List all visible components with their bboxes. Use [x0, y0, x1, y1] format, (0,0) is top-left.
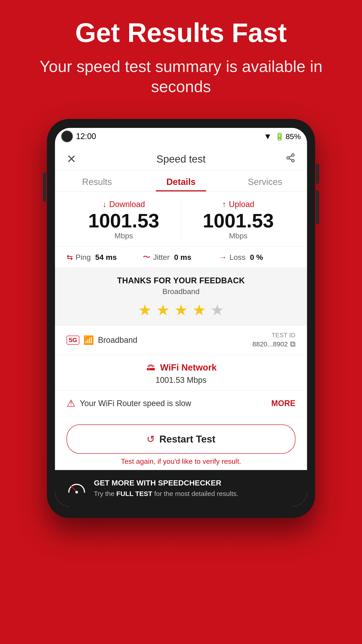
download-unit: Mbps	[67, 232, 181, 240]
warning-text: Your WiFi Router speed is slow	[80, 399, 191, 408]
feedback-title: THANKS FOR YOUR FEEDBACK	[67, 276, 295, 285]
hero-section: Get Results Fast Your speed test summary…	[0, 0, 362, 106]
upload-label: ↑ Upload	[181, 200, 296, 209]
loss-label: Loss	[230, 253, 246, 262]
upload-unit: Mbps	[181, 232, 296, 240]
signal-bars-icon: 📶	[83, 335, 94, 345]
promo-text: GET MORE WITH SPEEDCHECKER Try the FULL …	[94, 478, 295, 498]
phone-mockup: 12:00 ▼ 🔋 85% ✕ Speed test	[47, 119, 315, 518]
copy-icon[interactable]: ⧉	[290, 340, 295, 348]
download-value: 1001.53	[67, 211, 181, 230]
wifi-card-header: WiFi Network	[67, 361, 295, 374]
loss-value: 0 %	[250, 253, 263, 262]
wifi-status-icon: ▼	[264, 132, 272, 141]
speedometer-icon	[67, 478, 87, 499]
status-time: 12:00	[76, 132, 96, 141]
wifi-network-card: WiFi Network 1001.53 Mbps	[55, 355, 307, 390]
hero-subtitle: Your speed test summary is available in …	[13, 56, 349, 96]
feedback-subtitle: Broadband	[67, 287, 295, 296]
svg-point-6	[149, 369, 149, 370]
volume-button-left	[43, 173, 46, 202]
speed-results-row: ↓ Download 1001.53 Mbps ↑ Upload 1001.53…	[55, 192, 307, 247]
jitter-icon: 〜	[143, 252, 150, 262]
upload-col: ↑ Upload 1001.53 Mbps	[181, 200, 296, 240]
battery-percentage: 85%	[286, 132, 301, 141]
jitter-metric: 〜 Jitter 0 ms	[143, 252, 219, 262]
jitter-label: Jitter	[153, 253, 170, 262]
wifi-network-speed: 1001.53 Mbps	[67, 376, 295, 385]
star-5[interactable]: ★	[211, 301, 224, 319]
close-button[interactable]: ✕	[67, 153, 76, 165]
tab-bar: Results Details Services	[55, 170, 307, 192]
network-info-row: 5G 📶 Broadband TEST ID 8820...8902 ⧉	[55, 325, 307, 355]
svg-rect-5	[147, 368, 155, 370]
tab-results[interactable]: Results	[55, 170, 139, 192]
app-bar-title: Speed test	[156, 153, 206, 165]
front-camera	[61, 130, 73, 142]
volume-button-right	[316, 190, 319, 224]
svg-line-3	[289, 158, 292, 160]
star-rating[interactable]: ★ ★ ★ ★ ★	[67, 301, 295, 319]
test-id-value: 8820...8902 ⧉	[253, 340, 295, 348]
download-label: ↓ Download	[67, 200, 181, 209]
power-button	[316, 164, 319, 184]
restart-icon: ↺	[147, 433, 155, 445]
tab-services[interactable]: Services	[223, 170, 307, 192]
network-type-badge: 5G	[67, 336, 79, 344]
star-1[interactable]: ★	[138, 301, 152, 319]
test-id-label: TEST ID	[272, 332, 295, 339]
status-bar: 12:00 ▼ 🔋 85%	[55, 128, 307, 146]
restart-hint: Test again, if you'd like to verify resu…	[67, 457, 295, 466]
wifi-network-label: WiFi Network	[160, 362, 217, 372]
ping-label: Ping	[75, 253, 91, 262]
ping-icon: ⇆	[67, 253, 73, 262]
app-bar: ✕ Speed test	[55, 146, 307, 170]
network-left: 5G 📶 Broadband	[67, 335, 137, 345]
restart-button-label: Restart Test	[159, 434, 215, 445]
jitter-value: 0 ms	[174, 253, 192, 262]
wifi-router-icon	[145, 361, 156, 374]
warning-icon: ⚠	[67, 398, 75, 409]
promo-title: GET MORE WITH SPEEDCHECKER	[94, 478, 295, 487]
tab-details[interactable]: Details	[139, 170, 223, 192]
phone-shell: 12:00 ▼ 🔋 85% ✕ Speed test	[47, 119, 315, 518]
more-link[interactable]: MORE	[271, 399, 295, 408]
battery-icon: 🔋 85%	[275, 132, 301, 141]
svg-point-8	[75, 491, 78, 494]
share-button[interactable]	[286, 153, 295, 165]
hero-title: Get Results Fast	[13, 18, 349, 48]
loss-metric: → Loss 0 %	[219, 253, 295, 262]
restart-button[interactable]: ↺ Restart Test	[67, 424, 295, 454]
restart-section: ↺ Restart Test Test again, if you'd like…	[55, 416, 307, 470]
star-2[interactable]: ★	[156, 301, 170, 319]
star-4[interactable]: ★	[192, 301, 206, 319]
promo-description: Try the FULL TEST for the most detailed …	[94, 489, 295, 498]
test-id-section: TEST ID 8820...8902 ⧉	[253, 332, 295, 348]
feedback-section: THANKS FOR YOUR FEEDBACK Broadband ★ ★ ★…	[55, 268, 307, 325]
warning-row: ⚠ Your WiFi Router speed is slow MORE	[55, 390, 307, 416]
network-name: Broadband	[98, 336, 137, 345]
upload-value: 1001.53	[181, 211, 296, 230]
status-icons: ▼ 🔋 85%	[264, 132, 301, 141]
star-3[interactable]: ★	[174, 301, 188, 319]
svg-line-4	[289, 156, 292, 157]
download-col: ↓ Download 1001.53 Mbps	[67, 200, 181, 240]
status-bar-left: 12:00	[61, 130, 96, 142]
ping-value: 54 ms	[95, 253, 117, 262]
download-arrow-icon: ↓	[103, 200, 107, 209]
app-screen: ✕ Speed test Results Details	[55, 146, 307, 507]
warning-left: ⚠ Your WiFi Router speed is slow	[67, 398, 191, 409]
upload-arrow-icon: ↑	[222, 200, 226, 209]
ping-metric: ⇆ Ping 54 ms	[67, 253, 143, 262]
loss-icon: →	[219, 253, 227, 262]
metrics-row: ⇆ Ping 54 ms 〜 Jitter 0 ms → Loss 0 %	[55, 247, 307, 268]
bottom-promo-bar: GET MORE WITH SPEEDCHECKER Try the FULL …	[55, 470, 307, 507]
